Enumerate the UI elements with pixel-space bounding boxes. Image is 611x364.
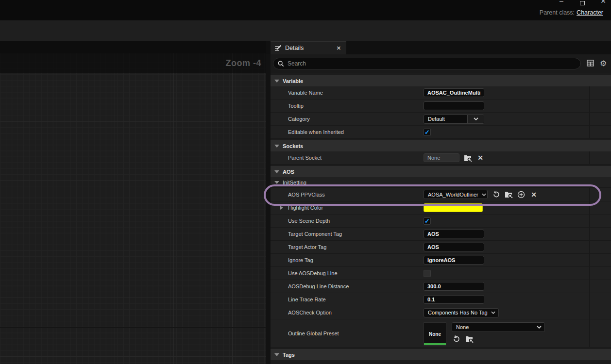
variable-name-field[interactable]: AOSAC_OutlineMulti xyxy=(424,88,484,97)
aosdebug-line-distance-field[interactable]: 300.0 xyxy=(424,282,484,291)
window-controls: – ✕ xyxy=(558,0,607,5)
row-use-scene-depth: Use Scene Depth xyxy=(271,215,611,228)
section-tags[interactable]: Tags xyxy=(271,349,611,360)
close-window-icon[interactable]: ✕ xyxy=(599,0,607,5)
category-label: Category xyxy=(288,116,310,122)
zoom-level-label: Zoom -4 xyxy=(226,58,262,68)
parent-class-link[interactable]: Character xyxy=(577,9,603,16)
category-dropdown[interactable]: Default xyxy=(424,115,484,124)
row-aosdebug-line-distance: AOSDebug Line Distance 300.0 xyxy=(271,280,611,293)
row-variable-name: Variable Name AOSAC_OutlineMulti xyxy=(271,86,611,99)
line-trace-rate-label: Line Trace Rate xyxy=(288,297,326,302)
app-window: – ✕ Parent class:Character Zoom -4 xyxy=(0,0,611,364)
use-selected-asset-icon[interactable] xyxy=(492,190,500,199)
display-filter-icon[interactable] xyxy=(587,60,594,68)
target-component-tag-field[interactable]: AOS xyxy=(424,230,484,238)
clear-ppvclass-icon[interactable]: ✕ xyxy=(529,190,538,199)
browse-asset-icon[interactable] xyxy=(465,334,474,343)
editable-when-inherited-label: Editable when Inherited xyxy=(288,129,344,135)
collapse-arrow-icon xyxy=(274,80,279,83)
section-sockets[interactable]: Sockets xyxy=(271,140,611,151)
aos-ppvclass-label: AOS PPVClass xyxy=(288,192,325,198)
category-value: Default xyxy=(424,116,464,122)
target-component-tag-label: Target Component Tag xyxy=(288,231,342,237)
row-use-aosdebug-line: Use AOSDebug Line xyxy=(271,267,611,280)
aoscheck-option-dropdown[interactable]: Components Has No Tag xyxy=(424,308,499,317)
settings-gear-icon[interactable]: ⚙ xyxy=(600,60,607,67)
blueprint-graph-viewport[interactable]: Zoom -4 xyxy=(0,41,266,364)
browse-asset-icon[interactable] xyxy=(504,190,513,199)
collapse-arrow-icon xyxy=(274,170,279,173)
collapse-arrow-icon xyxy=(274,181,279,184)
parent-socket-field[interactable]: None xyxy=(424,153,459,162)
aos-ppvclass-dropdown[interactable]: AOSA_WorldOutliner xyxy=(424,190,488,199)
outline-global-preset-dropdown[interactable]: None xyxy=(452,322,545,332)
details-search-row: Search ⚙ xyxy=(271,54,611,73)
toolbar-strip xyxy=(0,20,611,41)
row-parent-socket: Parent Socket None ✕ xyxy=(271,151,611,165)
preset-thumbnail[interactable]: None xyxy=(424,322,446,346)
graph-zoom-band: Zoom -4 xyxy=(0,53,266,73)
preset-thumbnail-text: None xyxy=(429,331,441,337)
tab-close-icon[interactable]: ✕ xyxy=(335,45,342,51)
search-icon xyxy=(278,61,284,67)
graph-header-strip xyxy=(0,41,266,53)
chevron-down-icon xyxy=(537,326,542,329)
outline-global-preset-value: None xyxy=(456,324,469,330)
browse-socket-icon[interactable] xyxy=(463,153,472,162)
section-tags-title: Tags xyxy=(283,352,295,358)
collapse-arrow-icon xyxy=(274,145,279,148)
preset-thumbnail-type-bar xyxy=(424,343,446,345)
minimize-icon[interactable]: – xyxy=(558,0,565,5)
ignore-tag-field[interactable]: IgnoreAOS xyxy=(424,256,484,265)
parent-class-info: Parent class:Character xyxy=(540,9,603,16)
target-actor-tag-field[interactable]: AOS xyxy=(424,243,484,251)
search-input[interactable]: Search xyxy=(273,58,581,69)
row-outline-global-preset: Outline Global Preset None None xyxy=(271,319,611,347)
details-pencil-icon xyxy=(274,45,282,52)
line-trace-rate-field[interactable]: 0.1 xyxy=(424,295,484,304)
row-target-component-tag: Target Component Tag AOS xyxy=(271,228,611,241)
aos-ppvclass-value: AOSA_WorldOutliner xyxy=(428,192,478,198)
tooltip-field[interactable] xyxy=(424,101,484,110)
restore-icon[interactable] xyxy=(578,0,586,5)
variable-name-label: Variable Name xyxy=(288,90,323,96)
ignore-tag-label: Ignore Tag xyxy=(288,257,313,263)
subsection-initsetting[interactable]: InitSetting xyxy=(271,177,611,188)
tab-details[interactable]: Details ✕ xyxy=(271,41,346,54)
row-ignore-tag: Ignore Tag IgnoreAOS xyxy=(271,254,611,267)
add-element-icon[interactable] xyxy=(517,190,526,199)
section-variable-title: Variable xyxy=(283,78,303,84)
row-highlight-color: Highlight Color xyxy=(271,201,611,215)
target-actor-tag-label: Target Actor Tag xyxy=(288,244,326,250)
panel-divider[interactable] xyxy=(266,41,271,364)
use-aosdebug-line-label: Use AOSDebug Line xyxy=(288,270,338,276)
highlight-color-swatch[interactable] xyxy=(424,203,483,212)
chevron-down-icon xyxy=(482,193,486,196)
outline-global-preset-label: Outline Global Preset xyxy=(288,331,339,336)
use-aosdebug-line-checkbox[interactable] xyxy=(424,270,431,277)
section-sockets-title: Sockets xyxy=(283,143,303,149)
use-scene-depth-checkbox[interactable] xyxy=(424,217,431,225)
aoscheck-option-value: Components Has No Tag xyxy=(428,310,488,315)
title-bar: – ✕ Parent class:Character xyxy=(0,0,611,20)
row-category: Category Default xyxy=(271,113,611,126)
chevron-down-icon xyxy=(491,311,495,314)
expand-arrow-icon[interactable] xyxy=(280,206,283,210)
clear-socket-icon[interactable]: ✕ xyxy=(476,153,485,162)
chevron-down-icon xyxy=(467,115,484,123)
row-tooltip: Tooltip xyxy=(271,99,611,113)
search-placeholder: Search xyxy=(288,60,306,67)
graph-origin-line xyxy=(0,327,266,328)
graph-grid[interactable] xyxy=(0,53,266,364)
use-selected-asset-icon[interactable] xyxy=(452,334,460,343)
section-aos[interactable]: AOS xyxy=(271,166,611,177)
section-aos-title: AOS xyxy=(283,169,294,175)
use-scene-depth-label: Use Scene Depth xyxy=(288,218,330,224)
row-aos-ppvclass: AOS PPVClass AOSA_WorldOutliner xyxy=(271,188,611,201)
section-variable[interactable]: Variable xyxy=(271,75,611,86)
row-target-actor-tag: Target Actor Tag AOS xyxy=(271,241,611,254)
editable-when-inherited-checkbox[interactable] xyxy=(424,129,431,136)
aoscheck-option-label: AOSCheck Option xyxy=(288,310,332,315)
row-aoscheck-option: AOSCheck Option Components Has No Tag xyxy=(271,306,611,319)
